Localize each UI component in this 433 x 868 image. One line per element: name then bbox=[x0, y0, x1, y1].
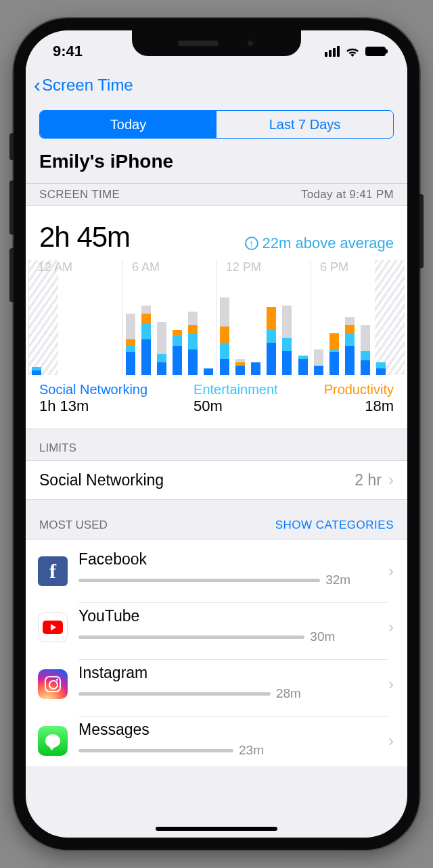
section-label: SCREEN TIME bbox=[39, 188, 120, 201]
app-row-instagram[interactable]: Instagram28m› bbox=[26, 652, 407, 709]
hourly-usage-chart: 12 AM 6 AM 12 PM 6 PM bbox=[28, 260, 405, 375]
usage-bar bbox=[78, 749, 233, 752]
screen-time-card: 2h 45m ↑ 22m above average 12 AM 6 AM 12… bbox=[26, 206, 407, 429]
nav-bar: ‹ Screen Time bbox=[26, 66, 407, 105]
show-categories-button[interactable]: SHOW CATEGORIES bbox=[275, 519, 394, 532]
legend-productivity: Productivity bbox=[324, 382, 394, 397]
volume-down bbox=[9, 248, 14, 302]
chevron-right-icon: › bbox=[388, 675, 394, 694]
usage-bar bbox=[78, 579, 320, 582]
chevron-right-icon: › bbox=[388, 471, 394, 489]
segment-last-7-days[interactable]: Last 7 Days bbox=[216, 111, 393, 138]
app-icon bbox=[38, 726, 68, 756]
axis-label: 12 PM bbox=[216, 260, 311, 274]
app-time: 28m bbox=[276, 686, 301, 701]
app-row-youtube[interactable]: YouTube30m› bbox=[26, 596, 407, 652]
total-time: 2h 45m bbox=[39, 221, 130, 254]
app-time: 30m bbox=[310, 629, 335, 644]
back-chevron-icon[interactable]: ‹ bbox=[34, 75, 41, 95]
back-button[interactable]: Screen Time bbox=[42, 76, 133, 95]
time-range-segmented: Today Last 7 Days bbox=[39, 110, 394, 139]
section-header-most-used: MOST USED bbox=[39, 519, 108, 532]
chevron-right-icon: › bbox=[388, 731, 394, 750]
app-icon bbox=[38, 669, 68, 699]
arrow-up-icon: ↑ bbox=[245, 237, 258, 250]
usage-bar bbox=[78, 635, 304, 639]
legend-social: Social Networking bbox=[39, 382, 147, 397]
notch bbox=[132, 30, 301, 56]
usage-bar bbox=[78, 692, 271, 696]
limit-label: Social Networking bbox=[39, 471, 164, 489]
limit-value: 2 hr bbox=[355, 471, 382, 489]
cellular-icon bbox=[325, 46, 340, 57]
app-time: 32m bbox=[325, 573, 350, 587]
axis-label: 6 PM bbox=[311, 260, 405, 274]
mute-switch bbox=[9, 133, 14, 160]
chevron-right-icon: › bbox=[388, 618, 394, 637]
axis-label: 12 AM bbox=[28, 260, 122, 274]
app-name: Messages bbox=[78, 721, 388, 739]
side-button bbox=[419, 194, 424, 268]
section-header-limits: LIMITS bbox=[26, 429, 407, 460]
section-timestamp: Today at 9:41 PM bbox=[301, 188, 394, 201]
screen: 9:41 ‹ Screen Time Today Last 7 Days Emi… bbox=[26, 30, 407, 838]
app-icon: f bbox=[38, 556, 68, 586]
device-frame: 9:41 ‹ Screen Time Today Last 7 Days Emi… bbox=[14, 18, 419, 850]
volume-up bbox=[9, 180, 14, 235]
segment-today[interactable]: Today bbox=[40, 111, 216, 138]
status-time: 9:41 bbox=[53, 43, 83, 60]
delta-from-average: ↑ 22m above average bbox=[245, 235, 394, 252]
limit-row-social-networking[interactable]: Social Networking 2 hr › bbox=[26, 460, 407, 500]
home-indicator[interactable] bbox=[156, 827, 277, 831]
app-time: 23m bbox=[239, 743, 264, 758]
app-icon bbox=[38, 612, 68, 642]
axis-label: 6 AM bbox=[122, 260, 216, 274]
chevron-right-icon: › bbox=[388, 562, 394, 581]
most-used-list: fFacebook32m›YouTube30m›Instagram28m›Mes… bbox=[26, 539, 407, 766]
device-title: Emily's iPhone bbox=[26, 148, 407, 183]
app-row-facebook[interactable]: fFacebook32m› bbox=[26, 539, 407, 596]
legend-entertainment: Entertainment bbox=[193, 382, 278, 397]
app-name: Instagram bbox=[78, 664, 388, 682]
app-name: Facebook bbox=[78, 550, 388, 569]
app-name: YouTube bbox=[78, 607, 388, 625]
category-legend: Social Networking1h 13m Entertainment50m… bbox=[26, 375, 407, 429]
wifi-icon bbox=[345, 46, 360, 57]
section-header-screen-time: SCREEN TIME Today at 9:41 PM bbox=[26, 183, 407, 206]
battery-icon bbox=[365, 47, 386, 56]
app-row-messages[interactable]: Messages23m› bbox=[26, 709, 407, 766]
